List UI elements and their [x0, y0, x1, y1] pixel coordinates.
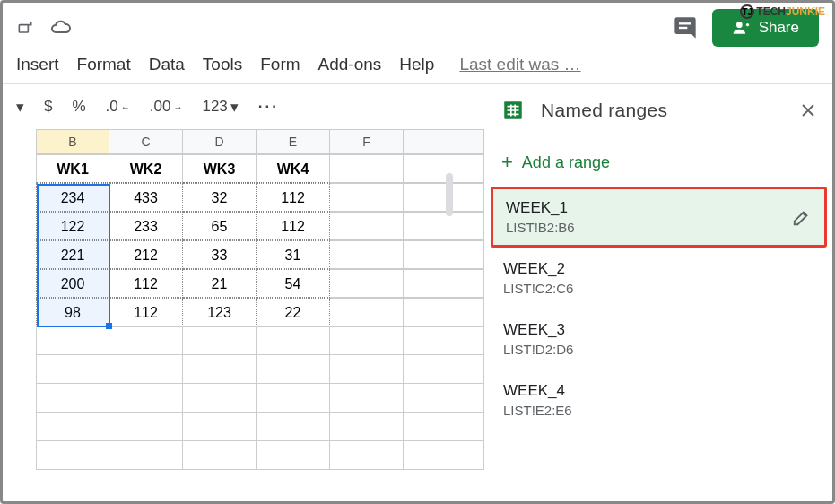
cell[interactable]: 98 — [36, 298, 109, 326]
empty-cell[interactable] — [109, 441, 183, 470]
cell[interactable]: 221 — [36, 240, 109, 269]
cell[interactable]: 21 — [183, 269, 257, 298]
empty-cell[interactable] — [330, 240, 404, 269]
header-cell[interactable]: WK4 — [257, 154, 330, 183]
empty-cell[interactable] — [257, 355, 330, 384]
empty-cell[interactable] — [36, 441, 109, 470]
empty-cell[interactable] — [404, 441, 484, 470]
currency-format[interactable]: $ — [44, 98, 52, 116]
close-icon[interactable] — [800, 102, 816, 118]
table-row: 234 433 32 112 — [36, 183, 484, 212]
increase-decimal[interactable]: .00→ — [150, 98, 183, 116]
header-cell[interactable]: WK3 — [183, 154, 257, 183]
empty-cell[interactable] — [330, 298, 404, 326]
named-range-item[interactable]: WEEK_3 LIST!D2:D6 — [485, 308, 832, 369]
col-header-b[interactable]: B — [36, 129, 109, 154]
cell[interactable]: 122 — [36, 212, 109, 240]
cell[interactable]: 33 — [183, 240, 257, 269]
empty-cell[interactable] — [109, 326, 183, 355]
empty-cell[interactable] — [330, 326, 404, 355]
empty-cell[interactable] — [330, 212, 404, 240]
cell[interactable]: 212 — [109, 240, 183, 269]
empty-cell[interactable] — [109, 384, 183, 413]
empty-cell[interactable] — [183, 413, 257, 441]
header-cell[interactable]: WK1 — [36, 154, 109, 183]
empty-cell[interactable] — [36, 384, 109, 413]
decrease-decimal[interactable]: .0← — [106, 98, 130, 116]
col-header-c[interactable]: C — [109, 129, 183, 154]
empty-cell[interactable] — [404, 384, 484, 413]
empty-cell[interactable] — [404, 212, 484, 240]
menu-tools[interactable]: Tools — [203, 55, 242, 74]
cell[interactable]: 54 — [257, 269, 330, 298]
menu-addons[interactable]: Add-ons — [318, 55, 382, 74]
cell[interactable]: 65 — [183, 212, 257, 240]
empty-cell[interactable] — [183, 441, 257, 470]
empty-cell[interactable] — [404, 326, 484, 355]
empty-cell[interactable] — [330, 183, 404, 212]
toolbar-more-icon[interactable]: ··· — [258, 98, 279, 116]
col-header-g[interactable] — [404, 129, 484, 154]
empty-cell[interactable] — [330, 355, 404, 384]
empty-cell[interactable] — [109, 355, 183, 384]
empty-cell[interactable] — [183, 326, 257, 355]
named-range-item[interactable]: WEEK_2 LIST!C2:C6 — [485, 248, 832, 308]
empty-cell[interactable] — [404, 240, 484, 269]
percent-format[interactable]: % — [72, 98, 85, 116]
empty-cell[interactable] — [330, 413, 404, 441]
empty-cell[interactable] — [257, 441, 330, 470]
edit-icon[interactable] — [792, 207, 812, 227]
empty-cell[interactable] — [36, 326, 109, 355]
empty-cell[interactable] — [36, 355, 109, 384]
empty-cell[interactable] — [330, 384, 404, 413]
col-header-e[interactable]: E — [257, 129, 330, 154]
empty-cell[interactable] — [257, 326, 330, 355]
spreadsheet-grid[interactable]: B C D E F WK1 WK2 WK3 WK4 234 433 32 112… — [3, 129, 484, 489]
cell[interactable]: 112 — [109, 269, 183, 298]
empty-cell[interactable] — [257, 384, 330, 413]
cell[interactable]: 112 — [109, 298, 183, 326]
menu-format[interactable]: Format — [77, 55, 131, 74]
empty-cell[interactable] — [404, 298, 484, 326]
cell[interactable]: 112 — [257, 212, 330, 240]
comment-icon[interactable] — [673, 15, 698, 40]
empty-cell[interactable] — [404, 413, 484, 441]
cell[interactable]: 200 — [36, 269, 109, 298]
cell[interactable]: 233 — [109, 212, 183, 240]
menu-data[interactable]: Data — [149, 55, 185, 74]
cell[interactable]: 31 — [257, 240, 330, 269]
add-range-button[interactable]: + Add a range — [485, 133, 832, 187]
toolbar-dropdown-icon[interactable]: ▾ — [16, 98, 24, 117]
last-edit-link[interactable]: Last edit was … — [459, 55, 580, 74]
named-range-item[interactable]: WEEK_4 LIST!E2:E6 — [485, 369, 832, 430]
empty-cell[interactable] — [330, 441, 404, 470]
named-range-item-selected[interactable]: WEEK_1 LIST!B2:B6 — [491, 187, 827, 248]
empty-cell[interactable] — [404, 355, 484, 384]
empty-cell[interactable] — [330, 269, 404, 298]
empty-cell[interactable] — [404, 269, 484, 298]
more-formats[interactable]: 123 ▾ — [202, 98, 238, 117]
cell[interactable]: 123 — [183, 298, 257, 326]
empty-cell[interactable] — [330, 154, 404, 183]
empty-cell[interactable] — [36, 413, 109, 441]
empty-cell[interactable] — [404, 154, 484, 183]
col-header-f[interactable]: F — [330, 129, 404, 154]
col-header-d[interactable]: D — [183, 129, 257, 154]
cell[interactable]: 112 — [257, 183, 330, 212]
empty-cell[interactable] — [183, 355, 257, 384]
menu-help[interactable]: Help — [399, 55, 434, 74]
cloud-icon[interactable] — [50, 19, 72, 37]
menu-form[interactable]: Form — [260, 55, 300, 74]
menu-insert[interactable]: Insert — [16, 55, 59, 74]
star-icon[interactable] — [16, 19, 34, 37]
empty-cell[interactable] — [183, 384, 257, 413]
cell[interactable]: 234 — [36, 183, 109, 212]
header-cell[interactable]: WK2 — [109, 154, 183, 183]
cell[interactable]: 22 — [257, 298, 330, 326]
cell[interactable]: 32 — [183, 183, 257, 212]
scrollbar[interactable] — [446, 173, 453, 216]
empty-cell[interactable] — [109, 413, 183, 441]
empty-cell[interactable] — [404, 183, 484, 212]
empty-cell[interactable] — [257, 413, 330, 441]
cell[interactable]: 433 — [109, 183, 183, 212]
